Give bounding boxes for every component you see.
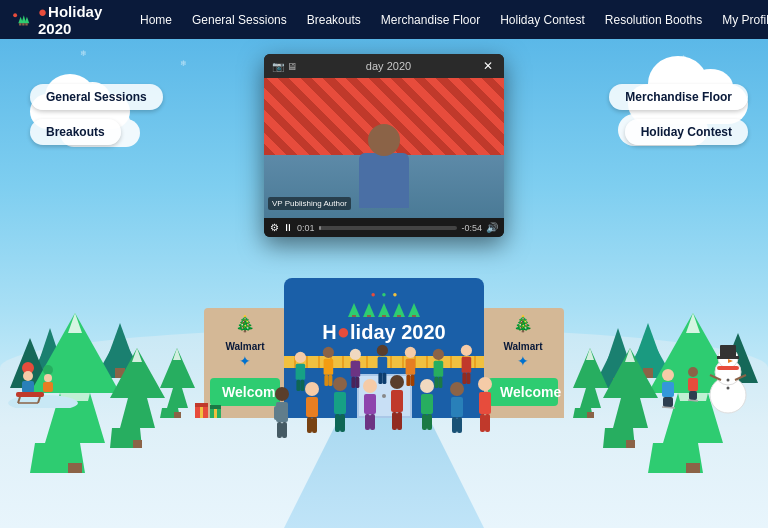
scene: ❄ ❄ ❄ ❄ ❄ ❄ General Sessions Breakouts M… [0,39,768,528]
svg-point-136 [731,354,734,357]
svg-rect-148 [688,378,698,391]
svg-rect-60 [283,406,288,420]
svg-rect-53 [174,412,181,418]
svg-point-121 [23,371,33,381]
svg-point-79 [420,379,434,393]
video-controls: ⚙ ⏸ 0:01 -0:54 🔊 [264,218,504,237]
svg-point-147 [688,367,698,377]
volume-icon[interactable]: 🔊 [486,222,498,233]
svg-rect-116 [462,357,472,373]
svg-point-143 [662,369,674,381]
nav-my-profile[interactable]: My Profile [712,0,768,39]
svg-rect-156 [210,405,221,409]
svg-point-111 [433,349,444,360]
svg-rect-50 [626,440,635,448]
svg-point-99 [350,349,361,360]
svg-rect-144 [662,382,674,397]
svg-rect-64 [306,397,318,417]
svg-rect-73 [365,414,370,430]
svg-rect-32 [382,315,386,317]
video-popup: 📷 🖥 day 2020 ✕ VP Publishing Author ⚙ ⏸ … [264,54,504,237]
snowflake: ❄ [180,59,187,68]
svg-rect-122 [22,381,34,393]
svg-rect-118 [466,373,470,384]
nav-home[interactable]: Home [130,0,182,39]
svg-rect-44 [686,463,700,473]
svg-rect-129 [43,382,53,392]
nav-general-sessions[interactable]: General Sessions [182,0,297,39]
svg-rect-5 [22,23,24,25]
svg-rect-72 [364,394,376,414]
svg-rect-77 [392,412,397,430]
btn-merchandise-floor[interactable]: Merchandise Floor [609,84,748,110]
svg-point-0 [13,13,17,17]
svg-rect-6 [25,23,27,25]
nav-holiday-contest[interactable]: Holiday Contest [490,0,595,39]
svg-rect-109 [406,375,410,386]
video-pause-btn[interactable]: ⏸ [283,222,293,233]
svg-point-95 [323,347,334,358]
logo-area[interactable]: ●Holiday 2020 [0,3,130,37]
svg-rect-36 [412,315,416,317]
svg-point-103 [377,345,388,356]
svg-rect-56 [587,412,594,418]
svg-rect-104 [378,357,388,373]
svg-point-115 [461,345,472,356]
svg-point-87 [478,377,492,391]
small-tree-right-1 [573,348,608,418]
svg-point-83 [450,382,464,396]
btn-general-sessions[interactable]: General Sessions [30,84,163,110]
svg-rect-89 [480,414,485,432]
sled-group [8,348,78,408]
svg-marker-31 [378,303,390,317]
btn-breakouts[interactable]: Breakouts [30,119,121,145]
svg-rect-70 [340,414,345,432]
svg-point-140 [727,387,730,390]
svg-rect-101 [351,377,355,388]
svg-rect-123 [16,392,44,397]
svg-marker-48 [603,348,658,448]
svg-rect-134 [717,356,739,359]
small-tree-left-1 [160,348,195,418]
svg-rect-68 [334,392,346,414]
video-overlay-label: VP Publishing Author [268,197,351,210]
svg-rect-4 [19,23,21,25]
svg-marker-55 [586,348,594,360]
svg-rect-76 [391,390,403,412]
building-decoration-dots: ● ● ● [371,290,398,299]
person-body [359,153,409,208]
svg-rect-47 [133,440,142,448]
svg-rect-106 [382,373,386,384]
nav-resolution-booths[interactable]: Resolution Booths [595,0,712,39]
btn-holiday-contest[interactable]: Holiday Contest [625,119,748,145]
video-settings-btn[interactable]: ⚙ [270,222,279,233]
svg-point-71 [363,379,377,393]
nav-breakouts[interactable]: Breakouts [297,0,371,39]
svg-marker-3 [25,16,30,22]
svg-rect-94 [300,380,304,391]
svg-rect-96 [324,359,334,375]
svg-rect-84 [451,397,463,417]
svg-rect-34 [397,315,401,317]
gift-boxes [195,395,225,420]
svg-rect-90 [485,414,490,432]
svg-rect-30 [367,315,371,317]
nav-links: Home General Sessions Breakouts Merchand… [130,0,768,39]
nav-merchandise-floor[interactable]: Merchandise Floor [371,0,490,39]
svg-rect-74 [370,414,375,430]
svg-rect-81 [422,414,427,430]
video-progress-bar[interactable] [319,226,458,230]
video-time-elapsed: 0:01 [297,223,315,233]
svg-rect-61 [277,422,282,438]
svg-point-91 [295,352,306,363]
svg-point-127 [43,365,53,375]
video-time-remaining: -0:54 [461,223,482,233]
video-close-btn[interactable]: ✕ [480,58,496,74]
svg-rect-153 [195,403,208,407]
svg-rect-85 [452,417,457,433]
svg-line-146 [662,407,675,408]
medium-tree-right [603,348,658,448]
svg-marker-27 [348,303,360,317]
svg-rect-105 [378,373,382,384]
svg-line-150 [688,400,698,401]
